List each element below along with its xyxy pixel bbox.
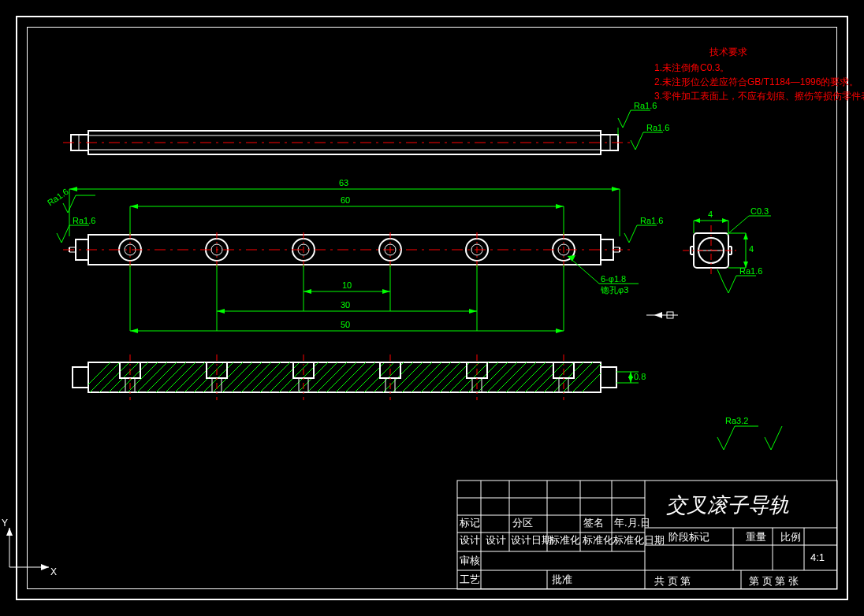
svg-text:审核: 审核 (460, 555, 480, 566)
tech-req-line3: 3.零件加工表面上，不应有划痕、擦伤等损伤零件表面的缺陷。 (654, 91, 864, 102)
general-surface-symbol: Ra3.2 (717, 416, 782, 450)
svg-line-113 (88, 362, 120, 394)
svg-rect-109 (73, 367, 88, 388)
surf-ra16-left-lower: Ra1.6 (57, 216, 95, 243)
svg-text:0.8: 0.8 (634, 372, 646, 381)
svg-marker-194 (6, 528, 13, 536)
svg-line-140 (344, 362, 375, 394)
drawing-canvas: 技术要求 1.未注倒角C0.3。 2.未注形位公差应符合GB/T1184—199… (0, 0, 864, 616)
svg-text:C0.3: C0.3 (750, 206, 769, 216)
svg-marker-186 (628, 377, 633, 383)
svg-line-137 (315, 362, 347, 394)
svg-text:Ra1.6: Ra1.6 (46, 187, 70, 208)
svg-line-138 (325, 362, 356, 394)
svg-line-148 (419, 362, 451, 394)
dim-holespan: 60 (130, 195, 564, 235)
svg-text:签名: 签名 (583, 517, 604, 529)
section-arrows (646, 312, 678, 318)
hole-callout: 6-φ1.8 锪孔φ3 (568, 255, 639, 295)
svg-text:分区: 分区 (512, 517, 533, 529)
svg-text:比例: 比例 (780, 531, 801, 543)
surf-ra16-left-upper: Ra1.6 (46, 187, 95, 213)
svg-line-164 (571, 362, 602, 394)
svg-marker-88 (694, 218, 700, 223)
svg-line-131 (259, 362, 290, 394)
view-front: 63 60 10 30 50 (46, 178, 663, 333)
tech-req-title: 技术要求 (709, 46, 747, 58)
svg-line-149 (429, 362, 460, 394)
svg-text:63: 63 (339, 178, 348, 187)
scale-value: 4:1 (810, 551, 825, 563)
svg-text:设计: 设计 (486, 534, 506, 546)
svg-text:Ra1.6: Ra1.6 (646, 123, 669, 132)
svg-line-139 (334, 362, 366, 394)
svg-text:X: X (50, 566, 57, 577)
svg-line-122 (173, 362, 205, 394)
svg-marker-36 (69, 187, 77, 191)
svg-text:第  页  第  张: 第 页 第 张 (749, 575, 799, 587)
svg-line-156 (495, 362, 527, 394)
svg-line-119 (145, 362, 177, 394)
svg-marker-55 (469, 309, 477, 314)
svg-line-158 (514, 362, 546, 394)
svg-text:6-φ1.8: 6-φ1.8 (601, 274, 626, 284)
svg-text:工艺: 工艺 (460, 573, 480, 585)
dim-overall: 63 (69, 178, 620, 236)
svg-marker-61 (556, 328, 564, 333)
dim-innerspan: 50 (130, 265, 564, 333)
svg-line-147 (410, 362, 441, 394)
svg-text:4: 4 (749, 244, 754, 254)
svg-text:标准化: 标准化 (549, 534, 580, 546)
view-section: 4 4 C0.3 Ra1.6 (683, 206, 771, 293)
svg-line-159 (523, 362, 555, 394)
svg-text:共  页  第: 共 页 第 (654, 575, 691, 587)
svg-text:批准: 批准 (552, 573, 572, 585)
svg-line-128 (230, 362, 262, 394)
svg-text:50: 50 (341, 320, 350, 329)
svg-text:重量: 重量 (746, 531, 766, 543)
svg-text:年.月.日: 年.月.日 (614, 517, 650, 529)
tech-requirements: 技术要求 1.未注倒角C0.3。 2.未注形位公差应符合GB/T1184—199… (654, 46, 864, 102)
svg-text:30: 30 (341, 300, 350, 310)
surf-ra16-top-b: Ra1.6 (631, 123, 669, 150)
svg-marker-73 (568, 255, 575, 262)
svg-marker-42 (130, 204, 138, 209)
svg-line-99 (727, 216, 749, 235)
view-top: Ra1.6 Ra1.6 (63, 101, 669, 154)
svg-line-104 (717, 269, 724, 284)
svg-text:Ra1.6: Ra1.6 (634, 101, 657, 110)
svg-marker-37 (612, 187, 620, 191)
svg-text:60: 60 (341, 195, 350, 205)
svg-text:设计日期: 设计日期 (511, 534, 552, 546)
svg-text:10: 10 (342, 280, 352, 290)
svg-text:阶段标记: 阶段标记 (668, 531, 709, 543)
svg-marker-43 (556, 204, 564, 209)
svg-line-129 (240, 362, 271, 394)
view-hatched: 0.8 (73, 354, 646, 400)
svg-text:Ra1.6: Ra1.6 (640, 216, 663, 225)
svg-text:Ra1.6: Ra1.6 (739, 266, 762, 276)
svg-text:4: 4 (708, 210, 713, 219)
svg-marker-48 (304, 289, 311, 294)
svg-marker-106 (654, 312, 662, 318)
svg-text:锪孔φ3: 锪孔φ3 (600, 285, 628, 295)
svg-marker-195 (41, 564, 49, 570)
svg-text:Ra1.6: Ra1.6 (73, 216, 95, 225)
svg-text:标准化日期: 标准化日期 (613, 534, 665, 546)
svg-line-120 (155, 362, 186, 394)
svg-rect-108 (88, 362, 601, 392)
title-block: 交叉滚子导轨 标记 分区 签名 年.月.日 设计 设计 设计日期 标准化 标准化… (457, 481, 837, 589)
svg-line-150 (438, 362, 470, 394)
svg-marker-94 (743, 233, 748, 239)
svg-text:Y: Y (2, 518, 8, 529)
surf-ra16-right: Ra1.6 (624, 216, 663, 243)
svg-marker-60 (130, 328, 138, 333)
svg-rect-110 (601, 367, 616, 388)
svg-line-121 (164, 362, 196, 394)
part-name: 交叉滚子导轨 (666, 494, 789, 517)
svg-text:标记: 标记 (459, 517, 480, 529)
svg-line-146 (400, 362, 432, 394)
surf-ra16-section: Ra1.6 (717, 266, 762, 293)
svg-marker-89 (722, 218, 728, 223)
ucs-icon: Y X (2, 518, 57, 577)
